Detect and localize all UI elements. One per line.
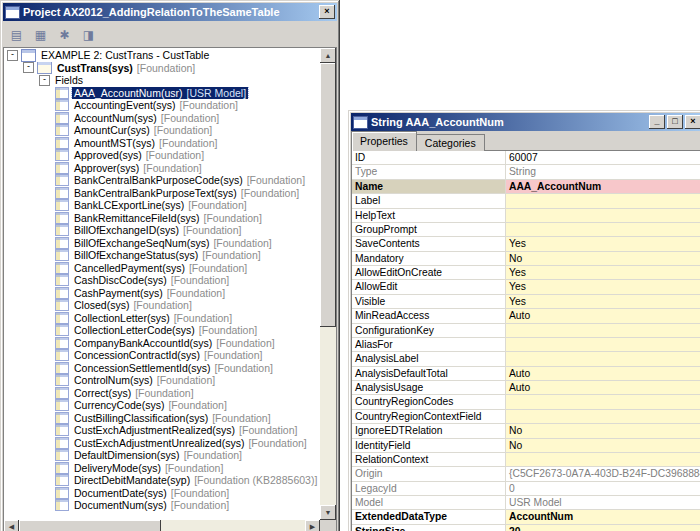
property-row[interactable]: HelpText	[352, 209, 700, 223]
tree-row[interactable]: -CustTrans(sys)[Foundation]	[5, 62, 319, 75]
tree-node-text[interactable]: DocumentDate(sys)[Foundation]	[72, 487, 231, 499]
property-row[interactable]: SaveContentsYes	[352, 237, 700, 251]
property-value[interactable]	[506, 324, 700, 337]
tree-node-text[interactable]: CurrencyCode(sys)[Foundation]	[72, 399, 229, 411]
tree-node-text[interactable]: Correct(sys)[Foundation]	[72, 387, 196, 399]
tree-node-text[interactable]: ConcessionSettlementId(sys)[Foundation]	[72, 362, 275, 374]
vertical-scroll-thumb[interactable]	[320, 63, 336, 327]
property-value[interactable]: Auto	[506, 367, 700, 380]
collapse-expander-icon[interactable]: -	[23, 62, 34, 73]
tree-row[interactable]: AAA_AccountNum(usr)[USR Model]	[5, 87, 319, 100]
property-row[interactable]: GroupPrompt	[352, 223, 700, 237]
tree-row[interactable]: CurrencyCode(sys)[Foundation]	[5, 399, 319, 412]
property-row[interactable]: CountryRegionCodes	[352, 395, 700, 409]
tree-row[interactable]: DirectDebitMandate(syp)[Foundation (KB28…	[5, 474, 319, 487]
tree-row[interactable]: CollectionLetterCode(sys)[Foundation]	[5, 324, 319, 337]
property-row[interactable]: TypeString	[352, 165, 700, 179]
property-value[interactable]	[506, 223, 700, 236]
tree-row[interactable]: BillOfExchangeSeqNum(sys)[Foundation]	[5, 237, 319, 250]
property-row[interactable]: RelationContext	[352, 453, 700, 467]
property-value[interactable]: Auto	[506, 381, 700, 394]
property-row[interactable]: ModelUSR Model	[352, 496, 700, 510]
property-value[interactable]: Yes	[506, 295, 700, 308]
tree-row[interactable]: ConcessionContractId(sys)[Foundation]	[5, 349, 319, 362]
tree-node-text[interactable]: DocumentNum(sys)[Foundation]	[72, 499, 231, 511]
tree-row[interactable]: -Fields	[5, 74, 319, 87]
tree-node-text[interactable]: CancelledPayment(sys)[Foundation]	[72, 262, 249, 274]
tree-node-text[interactable]: CashDiscCode(sys)[Foundation]	[72, 274, 231, 286]
tree-row[interactable]: -EXAMPLE 2: CustTrans - CustTable	[5, 49, 319, 62]
tree-row[interactable]: CancelledPayment(sys)[Foundation]	[5, 262, 319, 275]
tree-node-text[interactable]: ConcessionContractId(sys)[Foundation]	[72, 349, 264, 361]
tree-row[interactable]: CompanyBankAccountId(sys)[Foundation]	[5, 337, 319, 350]
property-value[interactable]	[506, 338, 700, 351]
tree-node-text[interactable]: BillOfExchangeID(sys)[Foundation]	[72, 224, 243, 236]
property-row[interactable]: StringSize20	[352, 525, 700, 531]
tree-row[interactable]: Approved(sys)[Foundation]	[5, 149, 319, 162]
property-row[interactable]: IgnoreEDTRelationNo	[352, 424, 700, 438]
property-value[interactable]: AAA_AccountNum	[506, 180, 700, 193]
property-value[interactable]	[506, 352, 700, 365]
property-value[interactable]: 20	[506, 525, 700, 531]
tree-row[interactable]: CustExchAdjustmentRealized(sys)[Foundati…	[5, 424, 319, 437]
tree-node-text[interactable]: Approved(sys)[Foundation]	[72, 149, 206, 161]
property-value[interactable]	[506, 395, 700, 408]
property-value[interactable]: No	[506, 439, 700, 452]
tree-row[interactable]: BankCentralBankPurposeCode(sys)[Foundati…	[5, 174, 319, 187]
tree-node-text[interactable]: DirectDebitMandate(syp)[Foundation (KB28…	[72, 474, 319, 486]
property-row[interactable]: MandatoryNo	[352, 252, 700, 266]
property-row[interactable]: AnalysisDefaultTotalAuto	[352, 367, 700, 381]
tree-node-text[interactable]: CustExchAdjustmentUnrealized(sys)[Founda…	[72, 437, 309, 449]
property-row[interactable]: AnalysisLabel	[352, 352, 700, 366]
tree-row[interactable]: CustBillingClassification(sys)[Foundatio…	[5, 412, 319, 425]
tree-row[interactable]: Correct(sys)[Foundation]	[5, 387, 319, 400]
tree-row[interactable]: ConcessionSettlementId(sys)[Foundation]	[5, 362, 319, 375]
tree-row[interactable]: DocumentNum(sys)[Foundation]	[5, 499, 319, 512]
property-value[interactable]: {C5CF2673-0A7A-403D-B24F-DC396888433B}	[506, 467, 700, 480]
tree-node-text[interactable]: ControlNum(sys)[Foundation]	[72, 374, 217, 386]
tree-row[interactable]: Approver(sys)[Foundation]	[5, 162, 319, 175]
property-row[interactable]: AnalysisUsageAuto	[352, 381, 700, 395]
property-value[interactable]: No	[506, 252, 700, 265]
property-row[interactable]: NameAAA_AccountNum	[352, 180, 700, 194]
tree-row[interactable]: AccountingEvent(sys)[Foundation]	[5, 99, 319, 112]
scroll-down-icon[interactable]: ▼	[320, 505, 336, 520]
tree-row[interactable]: BankRemittanceFileId(sys)[Foundation]	[5, 212, 319, 225]
property-value[interactable]: Auto	[506, 309, 700, 322]
tree-row[interactable]: DeliveryMode(sys)[Foundation]	[5, 462, 319, 475]
tree-node-text[interactable]: AccountingEvent(sys)[Foundation]	[72, 99, 240, 111]
tree-row[interactable]: AmountCur(sys)[Foundation]	[5, 124, 319, 137]
properties-window-titlebar[interactable]: String AAA_AccountNum _□×	[351, 113, 700, 131]
property-value[interactable]: String	[506, 165, 700, 178]
tree-row[interactable]: BillOfExchangeStatus(sys)[Foundation]	[5, 249, 319, 262]
close-icon[interactable]: ×	[319, 5, 335, 19]
tree-node-text[interactable]: Fields	[53, 74, 85, 86]
tree-node-text[interactable]: CustExchAdjustmentRealized(sys)[Foundati…	[72, 424, 299, 436]
property-value[interactable]: No	[506, 424, 700, 437]
property-row[interactable]: Label	[352, 194, 700, 208]
tree-row[interactable]: CashPayment(sys)[Foundation]	[5, 287, 319, 300]
tab-properties[interactable]: Properties	[351, 131, 417, 151]
collapse-expander-icon[interactable]: -	[39, 75, 50, 86]
tree-row[interactable]: BankCentralBankPurposeText(sys)[Foundati…	[5, 187, 319, 200]
property-row[interactable]: ExtendedDataTypeAccountNum	[352, 510, 700, 524]
property-value[interactable]	[506, 453, 700, 466]
tree-row[interactable]: Closed(sys)[Foundation]	[5, 299, 319, 312]
tree-node-text[interactable]: AccountNum(sys)[Foundation]	[72, 112, 221, 124]
property-row[interactable]: ID60007	[352, 151, 700, 165]
tree-node-text[interactable]: BankCentralBankPurposeText(sys)[Foundati…	[72, 187, 301, 199]
tree-node-text[interactable]: CompanyBankAccountId(sys)[Foundation]	[72, 337, 277, 349]
tree-node-text[interactable]: BankRemittanceFileId(sys)[Foundation]	[72, 212, 264, 224]
tree-row[interactable]: ControlNum(sys)[Foundation]	[5, 374, 319, 387]
property-value[interactable]: Yes	[506, 266, 700, 279]
property-value[interactable]: USR Model	[506, 496, 700, 509]
property-row[interactable]: IdentityFieldNo	[352, 439, 700, 453]
tree-node-text[interactable]: CustBillingClassification(sys)[Foundatio…	[72, 412, 273, 424]
property-value[interactable]	[506, 209, 700, 222]
property-row[interactable]: AllowEditOnCreateYes	[352, 266, 700, 280]
property-row[interactable]: LegacyId0	[352, 482, 700, 496]
tree-node-text[interactable]: BankCentralBankPurposeCode(sys)[Foundati…	[72, 174, 307, 186]
horizontal-scrollbar[interactable]: ◀ ▶	[4, 520, 320, 531]
tree-row[interactable]: CustExchAdjustmentUnrealized(sys)[Founda…	[5, 437, 319, 450]
tree-node-text[interactable]: CollectionLetter(sys)[Foundation]	[72, 312, 234, 324]
